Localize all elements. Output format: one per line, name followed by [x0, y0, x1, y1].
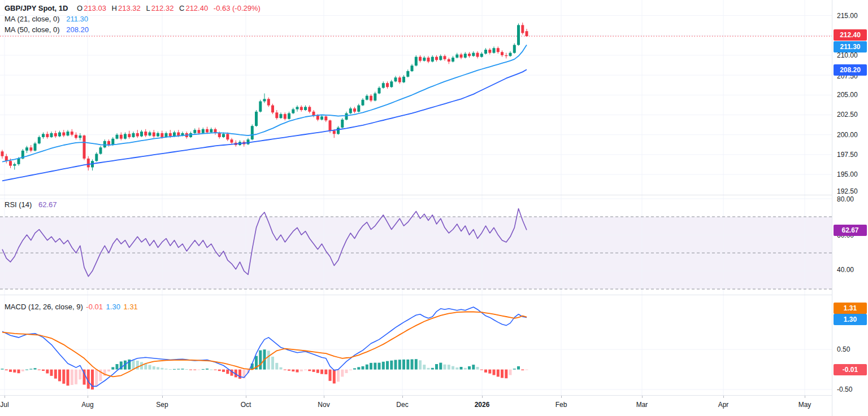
macd-signal-value: 1.31 [124, 303, 138, 311]
time-axis-label-jul: Jul [0, 401, 8, 409]
close-label: C [179, 4, 184, 12]
trading-chart-window: GBP/JPY Spot, 1D O213.03 H213.32 L212.32… [0, 0, 868, 416]
price-axis-label: 215.00 [837, 11, 858, 20]
month-tick [723, 396, 724, 398]
time-axis-label-apr: Apr [718, 401, 729, 409]
price-axis-label: 197.50 [837, 150, 858, 159]
price-badge: 1.31 [834, 303, 867, 314]
close-value: 212.40 [185, 4, 208, 12]
low-label: L [146, 4, 150, 12]
chart-plot-area[interactable]: GBP/JPY Spot, 1D O213.03 H213.32 L212.32… [0, 0, 832, 416]
ma50-value: 208.20 [66, 25, 89, 34]
price-badge: 212.40 [834, 29, 867, 41]
time-axis-label-feb: Feb [555, 401, 567, 409]
high-value: 213.32 [118, 4, 141, 12]
low-value: 212.32 [151, 4, 174, 12]
main-legend: GBP/JPY Spot, 1D O213.03 H213.32 L212.32… [5, 3, 261, 35]
pane-separator[interactable] [0, 295, 868, 295]
time-axis-label-nov: Nov [318, 401, 329, 409]
time-axis-label-sep: Sep [156, 401, 168, 409]
time-axis-label-mar: Mar [636, 401, 648, 409]
time-axis-separator [0, 395, 868, 396]
ma50-label: MA (50, close, 0) [5, 25, 60, 34]
price-axis-label: 200.00 [837, 130, 858, 139]
price-badge: 208.20 [834, 64, 867, 76]
change-value: -0.63 (-0.29%) [214, 4, 261, 12]
month-tick [402, 396, 403, 398]
pane-separator[interactable] [0, 195, 868, 195]
time-axis-label-dec: Dec [396, 401, 408, 409]
month-tick [561, 396, 562, 398]
high-label: H [112, 4, 117, 12]
month-tick [246, 396, 246, 398]
rsi-value: 62.67 [38, 200, 57, 209]
month-tick [642, 396, 643, 398]
rsi-label: RSI (14) [5, 200, 32, 209]
month-tick [162, 396, 163, 398]
time-axis-label-may: May [798, 401, 811, 409]
symbol-title: GBP/JPY Spot, 1D [5, 4, 68, 12]
price-badge: -0.01 [834, 364, 867, 375]
open-value: 213.03 [84, 4, 106, 12]
price-axis-label: 40.00 [837, 265, 854, 274]
month-tick [5, 396, 5, 398]
time-axis-label-oct: Oct [241, 401, 251, 409]
price-axis[interactable]: 215.00210.00207.50205.00202.50200.00197.… [832, 0, 868, 416]
price-badge: 211.30 [834, 41, 867, 52]
macd-legend: MACD (12, 26, close, 9) -0.01 1.30 1.31 [5, 301, 138, 312]
macd-pane[interactable]: MACD (12, 26, close, 9) -0.01 1.30 1.31 [0, 295, 832, 395]
price-badge: 1.30 [834, 314, 867, 325]
price-axis-label: 195.00 [837, 170, 858, 179]
price-axis-label: 202.50 [837, 110, 858, 119]
month-tick [324, 396, 324, 398]
month-tick [88, 396, 88, 398]
rsi-pane[interactable]: RSI (14) 62.67 [0, 195, 832, 295]
time-axis[interactable]: JulAugSepOctNovDec2026FebMarAprMay [0, 396, 832, 416]
rsi-legend: RSI (14) 62.67 [5, 199, 57, 210]
macd-label: MACD (12, 26, close, 9) [5, 303, 83, 311]
price-axis-label: 80.00 [837, 195, 854, 204]
time-axis-label-2026: 2026 [475, 401, 490, 409]
price-pane[interactable]: GBP/JPY Spot, 1D O213.03 H213.32 L212.32… [0, 0, 832, 195]
month-tick [482, 396, 483, 398]
ma21-value: 211.30 [66, 15, 88, 23]
rsi-canvas[interactable] [0, 195, 832, 295]
price-axis-label: 205.00 [837, 90, 858, 99]
macd-hist-value: -0.01 [86, 303, 103, 311]
macd-line-value: 1.30 [106, 303, 120, 311]
price-badge: 62.67 [834, 225, 867, 236]
month-tick [805, 396, 805, 398]
price-axis-label: 0.50 [837, 345, 850, 354]
price-axis-label: -0.50 [837, 385, 852, 394]
open-label: O [77, 4, 83, 12]
ma21-label: MA (21, close, 0) [5, 15, 60, 23]
time-axis-label-aug: Aug [81, 401, 93, 409]
